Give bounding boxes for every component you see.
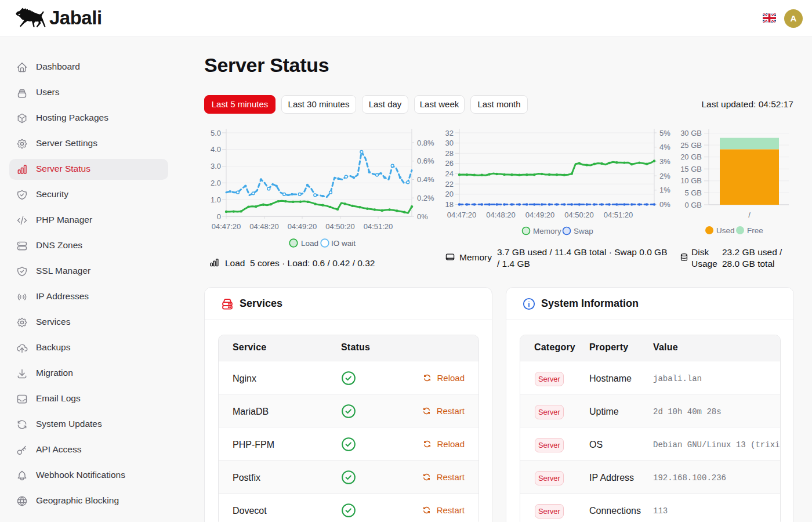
svg-text:30: 30: [445, 139, 454, 147]
svg-text:0.6%: 0.6%: [417, 157, 434, 165]
svg-text:Free: Free: [747, 226, 763, 235]
svg-text:Load: Load: [301, 239, 318, 248]
svg-text:3%: 3%: [659, 157, 670, 166]
svg-text:3.0: 3.0: [211, 162, 221, 171]
svg-text:/: /: [748, 211, 751, 219]
svg-text:04:49:20: 04:49:20: [525, 211, 555, 219]
svg-text:0: 0: [217, 212, 221, 221]
svg-text:04:51:20: 04:51:20: [604, 211, 633, 219]
svg-text:0%: 0%: [659, 200, 670, 209]
svg-text:Used: Used: [716, 226, 735, 235]
svg-text:2%: 2%: [659, 172, 670, 180]
svg-text:Memory: Memory: [533, 227, 561, 235]
svg-text:0.8%: 0.8%: [417, 139, 434, 147]
svg-text:32: 32: [445, 129, 454, 137]
svg-text:22: 22: [445, 180, 454, 188]
svg-text:4%: 4%: [659, 143, 670, 151]
svg-text:5 GB: 5 GB: [684, 188, 702, 197]
svg-text:04:48:20: 04:48:20: [486, 211, 516, 219]
svg-text:26: 26: [445, 159, 454, 168]
svg-text:24: 24: [445, 169, 454, 178]
svg-text:20: 20: [445, 190, 454, 198]
svg-text:30 GB: 30 GB: [680, 129, 702, 137]
svg-text:Swap: Swap: [574, 227, 593, 235]
svg-text:10 GB: 10 GB: [680, 176, 702, 185]
svg-text:0.4%: 0.4%: [417, 175, 434, 184]
svg-text:04:49:20: 04:49:20: [288, 222, 317, 231]
svg-text:25 GB: 25 GB: [680, 141, 702, 150]
svg-text:5%: 5%: [659, 129, 670, 137]
svg-text:04:47:20: 04:47:20: [447, 211, 477, 219]
svg-text:28: 28: [445, 149, 454, 158]
svg-text:1%: 1%: [659, 186, 670, 194]
svg-text:2.0: 2.0: [211, 179, 221, 187]
svg-text:18: 18: [445, 200, 454, 209]
svg-text:0.2%: 0.2%: [417, 194, 434, 202]
svg-text:1.0: 1.0: [211, 195, 221, 204]
svg-text:20 GB: 20 GB: [680, 153, 702, 161]
svg-text:15 GB: 15 GB: [680, 165, 702, 173]
svg-text:04:51:20: 04:51:20: [364, 222, 393, 231]
svg-text:IO wait: IO wait: [331, 239, 356, 248]
svg-text:0%: 0%: [417, 212, 428, 221]
svg-text:04:50:20: 04:50:20: [325, 222, 355, 231]
svg-text:04:47:20: 04:47:20: [212, 222, 241, 231]
svg-text:4.0: 4.0: [211, 145, 221, 154]
svg-text:04:50:20: 04:50:20: [564, 211, 594, 219]
svg-text:0 GB: 0 GB: [684, 201, 702, 209]
svg-text:5.0: 5.0: [211, 129, 221, 137]
svg-text:04:48:20: 04:48:20: [249, 222, 279, 231]
